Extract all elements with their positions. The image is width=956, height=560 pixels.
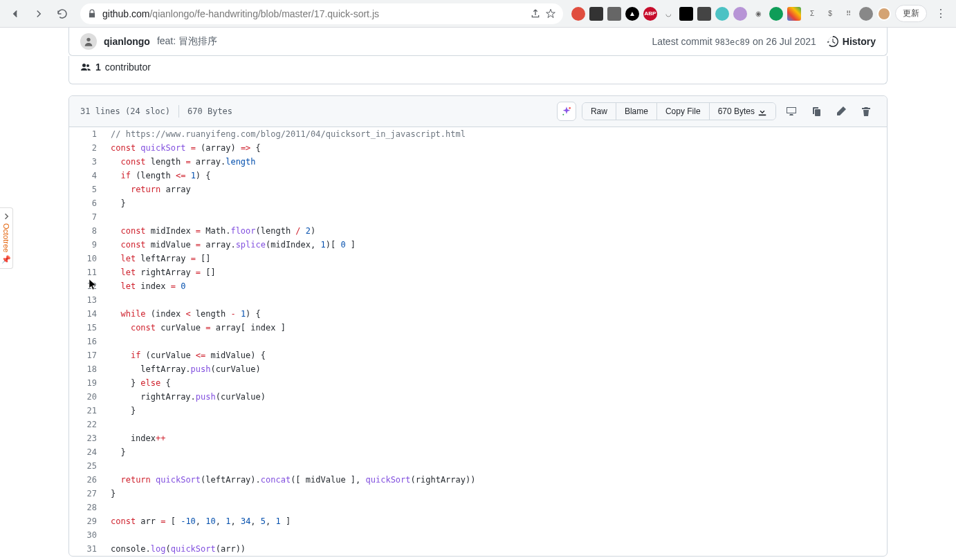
author-link[interactable]: qianlongo — [104, 36, 150, 47]
line-number[interactable]: 19 — [69, 376, 104, 390]
line-number[interactable]: 20 — [69, 390, 104, 404]
code-line[interactable]: 8 const midIndex = Math.floor(length / 2… — [69, 224, 887, 238]
raw-button[interactable]: Raw — [582, 103, 616, 120]
code-line[interactable]: 28 — [69, 501, 887, 514]
ai-button[interactable] — [557, 102, 576, 121]
ext-icon-15[interactable] — [859, 7, 873, 21]
line-number[interactable]: 7 — [69, 210, 104, 224]
code-line[interactable]: 18 leftArray.push(curValue) — [69, 362, 887, 376]
code-line[interactable]: 21 } — [69, 404, 887, 418]
desktop-button[interactable] — [782, 102, 801, 121]
code-line[interactable]: 17 if (curValue <= midValue) { — [69, 348, 887, 362]
line-number[interactable]: 23 — [69, 431, 104, 445]
download-button[interactable]: 670 Bytes — [710, 103, 775, 120]
code-line[interactable]: 19 } else { — [69, 376, 887, 390]
line-number[interactable]: 11 — [69, 265, 104, 279]
reload-button[interactable] — [53, 4, 72, 24]
line-number[interactable]: 1 — [69, 127, 104, 141]
ext-icon-10[interactable]: ◉ — [751, 7, 765, 21]
code-line[interactable]: 13 — [69, 293, 887, 307]
ext-icon-8[interactable] — [715, 7, 729, 21]
ext-icon-11[interactable] — [769, 7, 783, 21]
line-number[interactable]: 30 — [69, 528, 104, 542]
ext-icon-abp[interactable]: ABP — [643, 7, 657, 21]
code-line[interactable]: 24 } — [69, 445, 887, 459]
line-number[interactable]: 22 — [69, 418, 104, 431]
line-number[interactable]: 12 — [69, 279, 104, 293]
ext-icon-7[interactable] — [697, 7, 711, 21]
octotree-tab[interactable]: Octotree 📌 — [0, 207, 13, 269]
blame-button[interactable]: Blame — [616, 103, 657, 120]
code-line[interactable]: 12 let index = 0 — [69, 279, 887, 293]
code-line[interactable]: 15 const curValue = array[ index ] — [69, 321, 887, 335]
code-line[interactable]: 1// https://www.ruanyifeng.com/blog/2011… — [69, 127, 887, 141]
ext-icon-5[interactable]: ◡ — [661, 7, 675, 21]
code-line[interactable]: 25 — [69, 459, 887, 473]
ext-icon-1[interactable] — [571, 7, 585, 21]
code-line[interactable]: 31console.log(quickSort(arr)) — [69, 542, 887, 556]
ext-icon-13[interactable]: Σ — [805, 7, 819, 21]
line-number[interactable]: 2 — [69, 141, 104, 155]
line-number[interactable]: 13 — [69, 293, 104, 307]
line-number[interactable]: 18 — [69, 362, 104, 376]
code-line[interactable]: 23 index++ — [69, 431, 887, 445]
code-line[interactable]: 7 — [69, 210, 887, 224]
code-line[interactable]: 29const arr = [ -10, 10, 1, 34, 5, 1 ] — [69, 514, 887, 528]
code-line[interactable]: 26 return quickSort(leftArray).concat([ … — [69, 473, 887, 487]
line-number[interactable]: 25 — [69, 459, 104, 473]
edit-button[interactable] — [831, 102, 851, 121]
line-number[interactable]: 15 — [69, 321, 104, 335]
ext-icon-4[interactable]: ▲ — [625, 7, 639, 21]
line-number[interactable]: 8 — [69, 224, 104, 238]
line-number[interactable]: 4 — [69, 169, 104, 183]
commit-hash[interactable]: 983ec89 — [715, 37, 750, 47]
back-button[interactable] — [6, 4, 25, 24]
code-line[interactable]: 27} — [69, 487, 887, 501]
code-line[interactable]: 2const quickSort = (array) => { — [69, 141, 887, 155]
history-link[interactable]: History — [827, 36, 876, 47]
code-line[interactable]: 5 return array — [69, 183, 887, 196]
ext-icon-9[interactable] — [733, 7, 747, 21]
commit-message[interactable]: feat: 冒泡排序 — [157, 35, 217, 48]
code-line[interactable]: 9 const midValue = array.splice(midIndex… — [69, 238, 887, 252]
line-number[interactable]: 3 — [69, 155, 104, 169]
share-icon[interactable] — [530, 8, 541, 19]
forward-button[interactable] — [29, 4, 48, 24]
code-line[interactable]: 6 } — [69, 196, 887, 210]
ext-icon-14[interactable]: $ — [823, 7, 837, 21]
line-number[interactable]: 14 — [69, 307, 104, 321]
line-number[interactable]: 31 — [69, 542, 104, 556]
line-number[interactable]: 24 — [69, 445, 104, 459]
line-number[interactable]: 6 — [69, 196, 104, 210]
code-line[interactable]: 4 if (length <= 1) { — [69, 169, 887, 183]
code-line[interactable]: 3 const length = array.length — [69, 155, 887, 169]
profile-avatar[interactable] — [877, 7, 891, 21]
ext-icon-2[interactable] — [589, 7, 603, 21]
menu-button[interactable]: ⋮ — [931, 4, 950, 24]
code-line[interactable]: 10 let leftArray = [] — [69, 252, 887, 265]
line-number[interactable]: 10 — [69, 252, 104, 265]
line-number[interactable]: 5 — [69, 183, 104, 196]
delete-button[interactable] — [856, 102, 876, 121]
line-number[interactable]: 16 — [69, 335, 104, 348]
line-number[interactable]: 28 — [69, 501, 104, 514]
copy-file-button[interactable]: Copy File — [657, 103, 710, 120]
line-number[interactable]: 17 — [69, 348, 104, 362]
code-line[interactable]: 30 — [69, 528, 887, 542]
line-number[interactable]: 27 — [69, 487, 104, 501]
code-line[interactable]: 11 let rightArray = [] — [69, 265, 887, 279]
ext-icon-3[interactable] — [607, 7, 621, 21]
star-icon[interactable] — [545, 8, 556, 19]
copy-button[interactable] — [807, 102, 826, 121]
ext-icon-12[interactable] — [787, 7, 801, 21]
ext-icon-6[interactable] — [679, 7, 693, 21]
code-line[interactable]: 22 — [69, 418, 887, 431]
author-avatar[interactable] — [80, 33, 97, 50]
extensions-icon[interactable]: ⠿ — [841, 7, 855, 21]
line-number[interactable]: 29 — [69, 514, 104, 528]
code-line[interactable]: 16 — [69, 335, 887, 348]
code-line[interactable]: 20 rightArray.push(curValue) — [69, 390, 887, 404]
line-number[interactable]: 26 — [69, 473, 104, 487]
line-number[interactable]: 9 — [69, 238, 104, 252]
address-bar[interactable]: github.com/qianlongo/fe-handwriting/blob… — [80, 3, 563, 24]
